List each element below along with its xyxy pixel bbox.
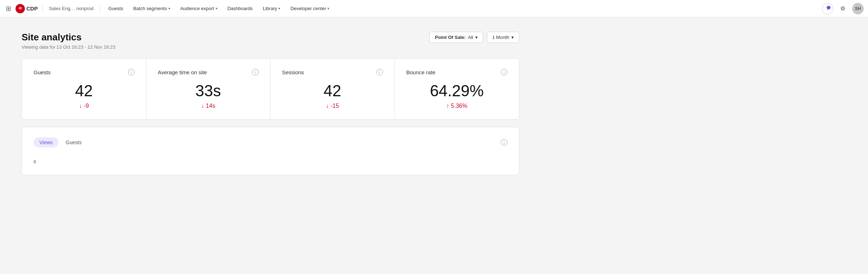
svg-point-0 — [18, 6, 23, 11]
info-icon-guests[interactable]: i — [128, 69, 135, 75]
metric-header-avg-time: Average time on site i — [158, 69, 259, 75]
top-navigation: ⊞ CDP Sales Eng… nonprod Guests Batch se… — [0, 0, 868, 17]
nav-batch-segments[interactable]: Batch segments ▾ — [129, 4, 173, 13]
notification-dot — [827, 6, 830, 9]
nav-audience-export-label: Audience export — [180, 6, 214, 11]
info-icon-bounce-rate[interactable]: i — [501, 69, 507, 75]
metric-card-avg-time: Average time on site i 33s 14s — [146, 59, 271, 119]
delta-up-icon — [446, 103, 449, 109]
tab-views[interactable]: Views — [34, 137, 58, 147]
chart-card: Views Guests i 6 — [22, 127, 519, 175]
pos-value: All — [468, 35, 473, 40]
nav-guests[interactable]: Guests — [105, 4, 127, 13]
delta-value-sessions: -15 — [331, 103, 339, 109]
info-icon-chart[interactable]: i — [501, 139, 507, 146]
metric-card-guests: Guests i 42 -9 — [22, 59, 146, 119]
nav-guests-label: Guests — [108, 6, 123, 11]
chart-tabs-row: Views Guests i — [34, 137, 507, 147]
nav-library[interactable]: Library ▾ — [259, 4, 284, 13]
metric-title-sessions: Sessions — [282, 69, 304, 75]
delta-value-guests: -9 — [84, 103, 89, 109]
chart-area: 6 — [34, 155, 507, 165]
header-controls: Point Of Sale: All ▾ 1 Month ▾ — [429, 32, 519, 43]
metric-title-avg-time: Average time on site — [158, 69, 207, 75]
metric-header-bounce-rate: Bounce rate i — [406, 69, 508, 75]
metric-header-guests: Guests i — [34, 69, 135, 75]
nav-separator-2 — [100, 5, 100, 12]
metric-card-sessions: Sessions i 42 -15 — [270, 59, 395, 119]
period-button[interactable]: 1 Month ▾ — [487, 32, 519, 43]
period-label: 1 Month — [492, 35, 509, 40]
metric-title-bounce-rate: Bounce rate — [406, 69, 436, 75]
topnav-right-controls: ? ⚙ SH — [822, 3, 864, 14]
page-header-left: Site analytics Viewing data for 13 Oct 1… — [22, 32, 115, 50]
nav-developer-center-label: Developer center — [290, 6, 326, 11]
delta-value-bounce-rate: 5.36% — [451, 103, 467, 109]
logo-text: CDP — [26, 5, 38, 12]
chevron-down-icon: ▾ — [216, 6, 217, 10]
delta-down-icon — [326, 103, 329, 109]
logo[interactable]: CDP — [16, 4, 38, 13]
chevron-down-icon: ▾ — [475, 35, 478, 40]
metric-delta-guests: -9 — [34, 103, 135, 109]
nav-separator — [42, 5, 43, 12]
nav-developer-center[interactable]: Developer center ▾ — [287, 4, 333, 13]
metric-value-avg-time: 33s — [158, 82, 259, 100]
page-subtitle: Viewing data for 13 Oct 16:23 - 12 Nov 1… — [22, 44, 115, 50]
metrics-row: Guests i 42 -9 Average time on site i 33… — [22, 58, 519, 120]
metric-value-bounce-rate: 64.29% — [406, 82, 508, 100]
metric-delta-avg-time: 14s — [158, 103, 259, 109]
metric-card-bounce-rate: Bounce rate i 64.29% 5.36% — [395, 59, 519, 119]
metric-value-guests: 42 — [34, 82, 135, 100]
tab-guests[interactable]: Guests — [60, 137, 87, 147]
nav-library-label: Library — [263, 6, 277, 11]
info-icon-sessions[interactable]: i — [376, 69, 383, 75]
settings-button[interactable]: ⚙ — [837, 3, 849, 14]
metric-value-sessions: 42 — [282, 82, 383, 100]
environment-label: Sales Eng… nonprod — [47, 6, 96, 11]
page-title: Site analytics — [22, 32, 115, 43]
chevron-down-icon: ▾ — [511, 35, 514, 40]
chevron-down-icon: ▾ — [168, 6, 170, 10]
metric-header-sessions: Sessions i — [282, 69, 383, 75]
notification-area: ? — [822, 3, 833, 14]
page-header: Site analytics Viewing data for 13 Oct 1… — [22, 32, 519, 50]
delta-value-avg-time: 14s — [206, 103, 215, 109]
avatar[interactable]: SH — [852, 3, 864, 14]
nav-dashboards[interactable]: Dashboards — [224, 4, 256, 13]
delta-down-icon — [79, 103, 82, 109]
metric-delta-bounce-rate: 5.36% — [406, 103, 508, 109]
chevron-down-icon: ▾ — [327, 6, 329, 10]
grid-icon[interactable]: ⊞ — [4, 3, 13, 14]
nav-audience-export[interactable]: Audience export ▾ — [177, 4, 221, 13]
nav-dashboards-label: Dashboards — [228, 6, 253, 11]
logo-image — [16, 4, 25, 13]
chart-y-label: 6 — [34, 159, 36, 164]
nav-batch-segments-label: Batch segments — [133, 6, 167, 11]
chevron-down-icon: ▾ — [278, 6, 280, 10]
info-icon-avg-time[interactable]: i — [252, 69, 259, 75]
main-content: Site analytics Viewing data for 13 Oct 1… — [0, 17, 541, 190]
delta-down-icon — [201, 103, 204, 109]
pos-label: Point Of Sale: — [435, 35, 466, 40]
point-of-sale-button[interactable]: Point Of Sale: All ▾ — [429, 32, 483, 43]
chart-tabs: Views Guests — [34, 137, 87, 147]
metric-title-guests: Guests — [34, 69, 51, 75]
metric-delta-sessions: -15 — [282, 103, 383, 109]
